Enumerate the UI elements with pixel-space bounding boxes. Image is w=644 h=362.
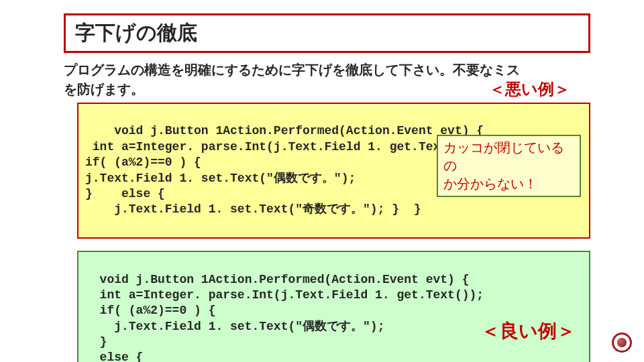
title-box: 字下げの徹底 (64, 13, 590, 53)
bullet-icon (612, 333, 632, 353)
good-example-label: ＜良い例＞ (481, 319, 576, 343)
good-code-box: void j.Button 1Action.Performed(Action.E… (77, 251, 590, 362)
callout-line1: カッコが閉じているの (443, 139, 574, 175)
body-text-line1: プログラムの構造を明確にするために字下げを徹底して下さい。不要なミス (64, 61, 590, 79)
slide-title: 字下げの徹底 (75, 19, 579, 47)
callout-box: カッコが閉じているの か分からない！ (437, 135, 581, 197)
callout-line2: か分からない！ (443, 175, 574, 193)
bad-code-box: void j.Button 1Action.Performed(Action.E… (77, 103, 590, 239)
good-code-text: void j.Button 1Action.Performed(Action.E… (85, 273, 484, 362)
bad-code-text: void j.Button 1Action.Performed(Action.E… (85, 124, 484, 216)
